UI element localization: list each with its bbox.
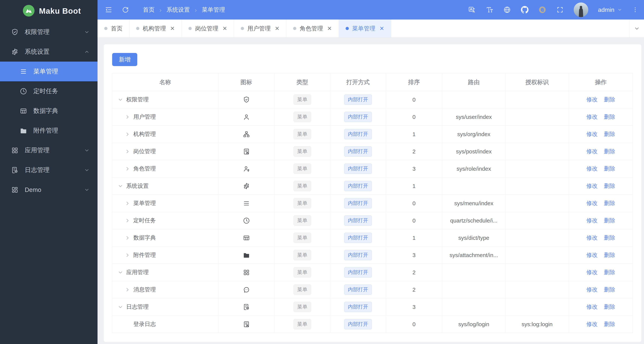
sidebar-subitem-附件管理[interactable]: 附件管理 — [0, 121, 98, 140]
tab-close-icon[interactable]: ✕ — [222, 25, 227, 32]
delete-link[interactable]: 删除 — [604, 269, 615, 275]
edit-link[interactable]: 修改 — [586, 183, 598, 189]
sort-value: 3 — [386, 160, 442, 178]
add-button[interactable]: 新增 — [112, 53, 137, 66]
sidebar-item-日志管理[interactable]: 日志管理 — [0, 160, 98, 180]
row-expand-icon[interactable] — [125, 114, 130, 120]
tab-close-icon[interactable]: ✕ — [170, 25, 175, 32]
sort-value: 0 — [386, 91, 442, 108]
open-mode-badge: 内部打开 — [344, 163, 372, 174]
edit-link[interactable]: 修改 — [586, 131, 598, 137]
row-expand-icon[interactable] — [125, 287, 130, 292]
sort-value: 0 — [386, 195, 442, 212]
edit-link[interactable]: 修改 — [586, 286, 598, 292]
tab-用户管理[interactable]: 用户管理✕ — [234, 20, 286, 37]
row-expand-icon[interactable] — [125, 131, 130, 137]
row-expand-icon[interactable] — [125, 235, 130, 241]
font-size-icon[interactable] — [486, 6, 494, 14]
sidebar-subitem-定时任务[interactable]: 定时任务 — [0, 81, 98, 101]
sidebar-collapse-icon[interactable] — [105, 6, 112, 14]
tab-菜单管理[interactable]: 菜单管理✕ — [339, 20, 391, 37]
tab-close-icon[interactable]: ✕ — [275, 25, 280, 32]
sidebar-item-Demo[interactable]: Demo — [0, 180, 98, 200]
row-expand-icon[interactable] — [125, 218, 130, 223]
menu-name: 权限管理 — [112, 96, 218, 103]
fullscreen-icon[interactable] — [556, 6, 564, 14]
delete-link[interactable]: 删除 — [604, 131, 615, 137]
breadcrumb-item-菜单管理[interactable]: 菜单管理 — [202, 6, 225, 14]
edit-link[interactable]: 修改 — [586, 165, 598, 172]
sidebar-item-权限管理[interactable]: 权限管理 — [0, 22, 98, 42]
column-header-排序: 排序 — [386, 73, 442, 91]
chevron-down-icon — [84, 187, 90, 193]
avatar[interactable] — [574, 3, 588, 17]
chevron-down-icon — [84, 148, 90, 153]
sidebar-subitem-数据字典[interactable]: 数据字典 — [0, 101, 98, 121]
menu-name-text: 定时任务 — [133, 217, 156, 224]
edit-link[interactable]: 修改 — [586, 96, 598, 103]
edit-link[interactable]: 修改 — [586, 321, 598, 327]
open-mode-badge: 内部打开 — [344, 181, 372, 191]
app-logo: Maku Boot — [0, 0, 98, 22]
delete-link[interactable]: 删除 — [604, 321, 615, 327]
globe-icon[interactable] — [503, 6, 511, 14]
row-expand-icon[interactable] — [125, 166, 130, 172]
tab-角色管理[interactable]: 角色管理✕ — [286, 20, 339, 37]
delete-link[interactable]: 删除 — [604, 96, 615, 103]
delete-link[interactable]: 删除 — [604, 304, 615, 310]
edit-link[interactable]: 修改 — [586, 252, 598, 258]
row-expand-icon[interactable] — [118, 183, 123, 189]
user-menu[interactable]: admin — [598, 7, 622, 13]
tab-首页[interactable]: 首页 — [98, 20, 130, 37]
sidebar-item-label: 日志管理 — [25, 166, 50, 174]
delete-link[interactable]: 删除 — [604, 286, 615, 292]
translate-icon[interactable] — [468, 6, 476, 14]
edit-link[interactable]: 修改 — [586, 304, 598, 310]
row-expand-icon[interactable] — [118, 97, 123, 103]
folder-icon — [20, 127, 28, 135]
gitee-icon[interactable] — [538, 6, 546, 14]
delete-link[interactable]: 删除 — [604, 217, 615, 223]
delete-link[interactable]: 删除 — [604, 148, 615, 154]
row-expand-icon[interactable] — [125, 149, 130, 154]
row-expand-icon[interactable] — [125, 201, 130, 206]
tab-label: 用户管理 — [247, 25, 270, 33]
sidebar-item-应用管理[interactable]: 应用管理 — [0, 140, 98, 160]
row-expand-icon[interactable] — [118, 270, 123, 275]
tab-close-icon[interactable]: ✕ — [327, 25, 332, 32]
edit-link[interactable]: 修改 — [586, 200, 598, 206]
edit-link[interactable]: 修改 — [586, 269, 598, 275]
sidebar-item-系统设置[interactable]: 系统设置 — [0, 42, 98, 62]
sort-value: 1 — [386, 229, 442, 247]
delete-link[interactable]: 删除 — [604, 200, 615, 206]
tabs-dropdown-button[interactable] — [629, 20, 644, 37]
tab-机构管理[interactable]: 机构管理✕ — [130, 20, 182, 37]
edit-link[interactable]: 修改 — [586, 235, 598, 241]
shield-icon — [243, 96, 250, 103]
auth-value — [506, 178, 569, 195]
breadcrumb-item-系统设置[interactable]: 系统设置 — [166, 6, 190, 14]
row-expand-icon[interactable] — [118, 304, 123, 310]
open-mode-badge: 内部打开 — [344, 302, 372, 312]
breadcrumb-item-首页[interactable]: 首页 — [143, 6, 154, 14]
edit-link[interactable]: 修改 — [586, 114, 598, 120]
sidebar-item-label: 应用管理 — [25, 146, 50, 154]
delete-link[interactable]: 删除 — [604, 252, 615, 258]
edit-link[interactable]: 修改 — [586, 217, 598, 223]
menu-name: 角色管理 — [112, 165, 218, 173]
sidebar-subitem-菜单管理[interactable]: 菜单管理 — [0, 62, 98, 81]
refresh-icon[interactable] — [122, 6, 130, 14]
tab-close-icon[interactable]: ✕ — [380, 25, 384, 32]
tab-岗位管理[interactable]: 岗位管理✕ — [182, 20, 234, 37]
kebab-menu-icon[interactable] — [632, 6, 638, 14]
edit-link[interactable]: 修改 — [586, 148, 598, 154]
delete-link[interactable]: 删除 — [604, 165, 615, 172]
badge-icon — [243, 148, 250, 155]
type-badge: 菜单 — [294, 250, 311, 260]
shield-icon — [11, 28, 19, 36]
delete-link[interactable]: 删除 — [604, 114, 615, 120]
delete-link[interactable]: 删除 — [604, 235, 615, 241]
github-icon[interactable] — [521, 6, 529, 14]
row-expand-icon[interactable] — [125, 252, 130, 258]
delete-link[interactable]: 删除 — [604, 183, 615, 189]
